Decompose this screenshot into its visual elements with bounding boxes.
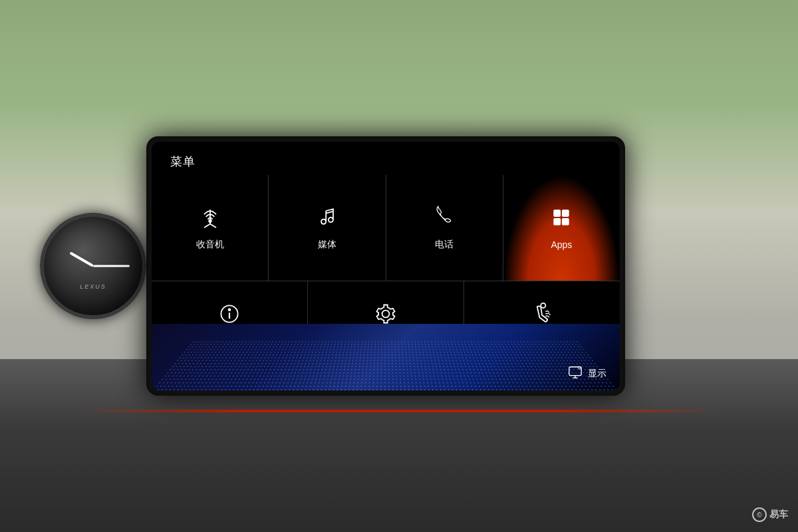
- svg-line-1: [204, 224, 210, 227]
- infotainment-screen: 菜单 收音机: [152, 142, 620, 390]
- apps-label: Apps: [551, 239, 572, 250]
- radio-label: 收音机: [196, 239, 224, 251]
- clock-face: LEXUS: [40, 213, 146, 319]
- monitor-icon: [568, 365, 583, 382]
- watermark-text: 易车: [769, 509, 788, 521]
- svg-rect-5: [555, 210, 561, 216]
- display-label: 显示: [588, 368, 606, 380]
- music-icon: [315, 205, 339, 232]
- svg-point-13: [541, 303, 545, 307]
- svg-rect-7: [555, 219, 561, 225]
- svg-point-3: [209, 220, 211, 223]
- svg-rect-6: [563, 210, 569, 216]
- svg-line-4: [326, 211, 333, 213]
- watermark-symbol: ©: [757, 511, 761, 519]
- svg-rect-8: [563, 219, 569, 225]
- dashboard-accent-line: [0, 410, 798, 412]
- apps-grid-icon: [549, 205, 573, 233]
- analog-clock: LEXUS: [40, 213, 146, 319]
- watermark-circle: ©: [752, 507, 767, 522]
- menu-title: 菜单: [170, 154, 196, 170]
- phone-icon: [432, 205, 456, 232]
- clock-hour-hand: [69, 251, 94, 267]
- svg-rect-14: [569, 367, 581, 376]
- svg-point-12: [382, 310, 390, 317]
- radio-icon: [198, 205, 222, 232]
- menu-item-phone[interactable]: 电话: [386, 175, 503, 281]
- dot-pattern: [152, 340, 620, 390]
- display-button[interactable]: 显示: [568, 365, 606, 382]
- svg-point-11: [229, 309, 231, 311]
- menu-item-apps[interactable]: Apps: [503, 175, 620, 281]
- infotainment-screen-outer: 菜单 收音机: [146, 136, 625, 396]
- media-label: 媒体: [318, 239, 336, 251]
- menu-grid-top: 收音机 媒体 电话: [152, 175, 620, 281]
- watermark: © 易车: [752, 507, 788, 522]
- clock-minute-hand: [93, 265, 130, 267]
- phone-label: 电话: [435, 239, 454, 251]
- clock-brand: LEXUS: [80, 283, 106, 290]
- svg-line-2: [210, 224, 216, 227]
- menu-item-radio[interactable]: 收音机: [152, 175, 269, 281]
- menu-item-media[interactable]: 媒体: [269, 175, 386, 281]
- wave-area: 显示: [152, 324, 620, 390]
